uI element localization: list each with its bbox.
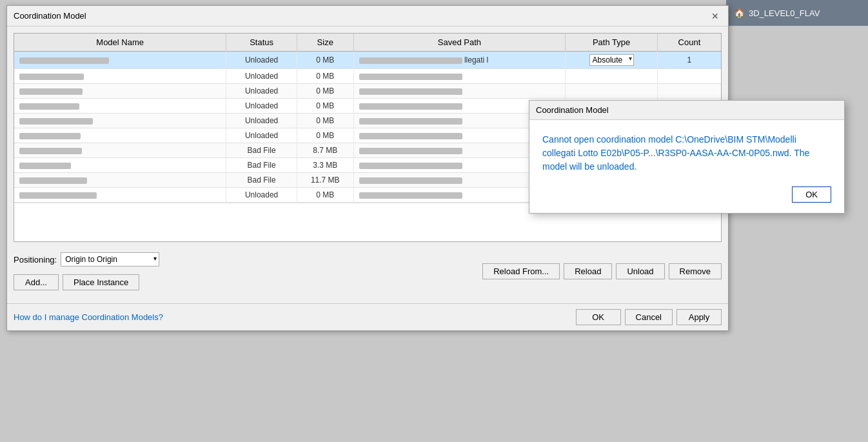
background-titlebar: 🏠 3D_LEVEL0_FLAV: [726, 0, 868, 26]
cell-status: Bad File: [226, 173, 297, 188]
positioning-select[interactable]: Origin to Origin Auto - Center to Center…: [61, 252, 159, 266]
table-row[interactable]: ████ ████ ██ █████ ████Unloaded0 MB█████…: [14, 69, 721, 84]
dialog-title: Coordination Model: [14, 11, 86, 21]
cell-status: Unloaded: [226, 99, 297, 114]
cell-size: 0 MB: [297, 99, 353, 114]
popup-dialog: Coordination Model Cannot open coordinat…: [529, 100, 845, 214]
cell-size: 0 MB: [297, 84, 353, 99]
cell-count: 1: [657, 52, 721, 69]
cell-status: Bad File: [226, 158, 297, 173]
cell-saved-path: ████████████ ████████████ ██: [353, 69, 566, 84]
cell-model-name: ████ ████ ██ ████████: [14, 158, 226, 173]
popup-titlebar: Coordination Model: [529, 101, 844, 120]
cell-size: 0 MB: [297, 52, 353, 69]
cell-status: Unloaded: [226, 52, 297, 69]
cell-path-type: [566, 69, 657, 84]
popup-ok-button[interactable]: OK: [792, 186, 831, 203]
cell-size: 0 MB: [297, 114, 353, 128]
table-row[interactable]: ████ ████ ██ ██████ ████Unloaded0 MB████…: [14, 84, 721, 99]
apply-button[interactable]: Apply: [676, 309, 722, 325]
cell-status: Unloaded: [226, 84, 297, 99]
col-header-count: Count: [657, 34, 721, 52]
cell-status: Unloaded: [226, 128, 297, 143]
cell-status: Unloaded: [226, 114, 297, 128]
help-link[interactable]: How do I manage Coordination Models?: [14, 312, 163, 322]
cell-saved-path: ████████████ ██████████ llegati l llegat…: [353, 52, 566, 69]
cell-path-type: Absolute: [566, 52, 657, 69]
table-header-row: Model Name Status Size Saved Path Path T…: [14, 34, 721, 52]
cell-size: 11.7 MB: [297, 173, 353, 188]
cell-size: 0 MB: [297, 128, 353, 143]
popup-content: Cannot open coordination model C:\OneDri…: [529, 120, 844, 213]
popup-message: Cannot open coordination model C:\OneDri…: [542, 133, 831, 174]
cell-saved-path: ███████████ ████████████ ██: [353, 84, 566, 99]
popup-title: Coordination Model: [536, 105, 609, 115]
dialog-footer-buttons: OK Cancel Apply: [576, 309, 722, 325]
cell-status: Unloaded: [226, 69, 297, 84]
background-app-icon: 🏠: [734, 8, 745, 18]
dialog-footer: How do I manage Coordination Models? OK …: [7, 303, 728, 330]
cell-model-name: ████ ████ ██ ████████ ███: [14, 99, 226, 114]
col-header-size: Size: [297, 34, 353, 52]
ok-button[interactable]: OK: [576, 309, 621, 325]
add-button-row: Add... Place Instance: [14, 274, 159, 290]
cell-path-type: [566, 84, 657, 99]
dialog-titlebar: Coordination Model ✕: [7, 6, 728, 26]
cell-count: [657, 84, 721, 99]
cell-model-name: ████ ████ ██ ██████ ████: [14, 114, 226, 128]
cell-status: Bad File: [226, 143, 297, 158]
positioning-label: Positioning:: [14, 255, 57, 265]
col-header-saved-path: Saved Path: [353, 34, 566, 52]
cell-model-name: █████ ████ ██ ████████ ███: [14, 173, 226, 188]
cell-status: Unloaded: [226, 188, 297, 203]
col-header-path-type: Path Type: [566, 34, 657, 52]
reload-button[interactable]: Reload: [564, 263, 612, 279]
cell-size: 0 MB: [297, 188, 353, 203]
cell-model-name: ████ ████ ██ ██ ███: [14, 52, 226, 69]
bottom-section: Positioning: Origin to Origin Auto - Cen…: [14, 248, 722, 294]
cell-size: 0 MB: [297, 69, 353, 84]
cell-size: 3.3 MB: [297, 158, 353, 173]
cell-model-name: █████ ████ ██ ███ ████████: [14, 188, 226, 203]
path-type-select[interactable]: Absolute: [589, 54, 634, 66]
unload-button[interactable]: Unload: [616, 263, 664, 279]
cell-model-name: ████ ████ ██ ██████ ████: [14, 84, 226, 99]
cell-size: 8.7 MB: [297, 143, 353, 158]
background-title: 3D_LEVEL0_FLAV: [749, 8, 820, 18]
col-header-model-name: Model Name: [14, 34, 226, 52]
popup-ok-row: OK: [542, 186, 831, 203]
cancel-button[interactable]: Cancel: [625, 309, 673, 325]
place-instance-button[interactable]: Place Instance: [63, 274, 139, 290]
cell-count: [657, 69, 721, 84]
close-button[interactable]: ✕: [709, 10, 722, 23]
cell-model-name: █████ ████ █ ██████████: [14, 143, 226, 158]
cell-model-name: █████ ████ █ ██████████: [14, 128, 226, 143]
reload-from-button[interactable]: Reload From...: [482, 263, 560, 279]
action-buttons: Reload From... Reload Unload Remove: [482, 263, 722, 279]
remove-button[interactable]: Remove: [669, 263, 722, 279]
add-button[interactable]: Add...: [14, 274, 59, 290]
positioning-group: Positioning: Origin to Origin Auto - Cen…: [14, 252, 159, 266]
positioning-select-wrapper: Origin to Origin Auto - Center to Center…: [61, 252, 159, 266]
cell-model-name: ████ ████ ██ █████ ████: [14, 69, 226, 84]
col-header-status: Status: [226, 34, 297, 52]
table-row[interactable]: ████ ████ ██ ██ ███Unloaded0 MB█████████…: [14, 52, 721, 69]
